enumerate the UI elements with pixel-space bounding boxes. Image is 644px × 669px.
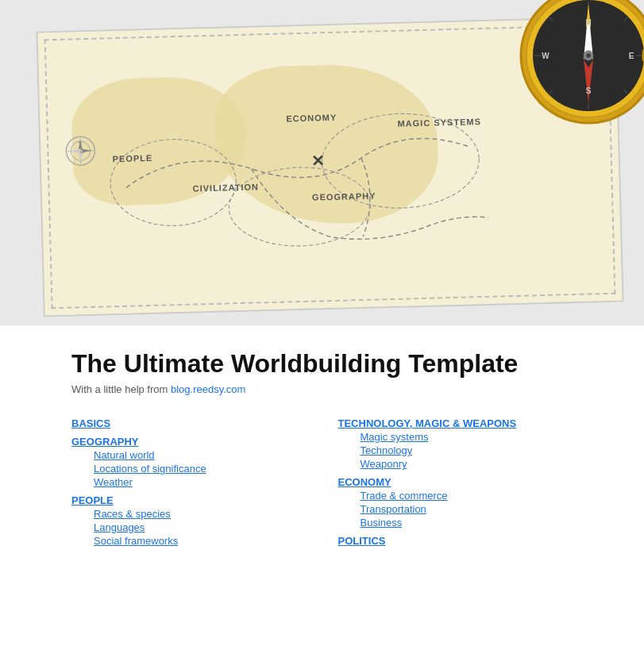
big-compass-icon: N S W E	[501, 0, 644, 143]
link-languages[interactable]: Languages	[94, 521, 307, 533]
svg-text:N: N	[585, 18, 591, 27]
page-title: The Ultimate Worldbuilding Template	[71, 349, 573, 379]
link-transportation[interactable]: Transportation	[361, 503, 573, 515]
section-geography[interactable]: GEOGRAPHY	[71, 436, 307, 448]
section-people[interactable]: PEOPLE	[71, 494, 307, 506]
link-social[interactable]: Social frameworks	[94, 535, 307, 547]
map-label-geography: GEOGRAPHY	[312, 190, 376, 202]
svg-text:N: N	[79, 140, 82, 144]
link-trade[interactable]: Trade & commerce	[361, 490, 573, 502]
hero-section: PEOPLE CIVILIZATION ECONOMY GEOGRAPHY MA…	[0, 0, 644, 325]
page-wrapper: PEOPLE CIVILIZATION ECONOMY GEOGRAPHY MA…	[0, 0, 644, 669]
section-economy[interactable]: ECONOMY	[338, 476, 573, 488]
link-weather[interactable]: Weather	[94, 476, 307, 488]
link-technology[interactable]: Technology	[361, 444, 573, 456]
link-columns: BASICS GEOGRAPHY Natural world Locations…	[71, 417, 573, 548]
small-compass-icon: N	[64, 135, 97, 167]
section-technology[interactable]: TECHNOLOGY, MAGIC & WEAPONS	[338, 417, 573, 429]
link-weaponry[interactable]: Weaponry	[361, 458, 573, 470]
map-label-people: PEOPLE	[112, 153, 152, 163]
left-column: BASICS GEOGRAPHY Natural world Locations…	[71, 417, 307, 548]
subtitle: With a little help from blog.reedsy.com	[71, 383, 573, 395]
section-basics[interactable]: BASICS	[71, 417, 307, 429]
svg-point-27	[586, 53, 591, 58]
link-magic-systems[interactable]: Magic systems	[361, 431, 573, 443]
link-locations[interactable]: Locations of significance	[94, 463, 307, 475]
link-natural-world[interactable]: Natural world	[94, 449, 307, 461]
reedsy-link[interactable]: blog.reedsy.com	[171, 383, 245, 395]
map-label-economy: ECONOMY	[286, 113, 337, 124]
link-business[interactable]: Business	[361, 517, 573, 529]
right-column: TECHNOLOGY, MAGIC & WEAPONS Magic system…	[338, 417, 573, 548]
map-x-mark: ✕	[310, 151, 325, 170]
svg-text:W: W	[542, 52, 550, 60]
map-label-civilization: CIVILIZATION	[193, 182, 260, 193]
content-section: The Ultimate Worldbuilding Template With…	[0, 325, 644, 669]
section-politics[interactable]: POLITICS	[338, 535, 573, 547]
svg-text:S: S	[586, 87, 592, 95]
svg-text:E: E	[629, 52, 634, 60]
link-races[interactable]: Races & species	[94, 508, 307, 520]
